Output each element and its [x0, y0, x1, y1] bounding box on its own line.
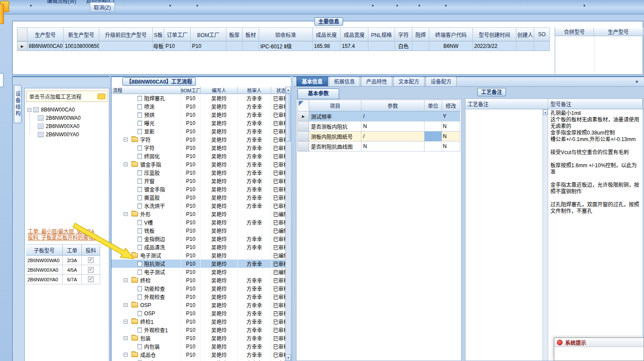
param-unit-cell[interactable]	[425, 121, 442, 132]
scrollbar-thumb[interactable]	[286, 94, 291, 142]
flow-row[interactable]: 金指倒边P10吴艳玲方幸幸已审核	[111, 235, 286, 243]
collapse-icon[interactable]: −	[124, 336, 128, 340]
scroll-up-icon[interactable]: ▲	[286, 87, 291, 93]
param-value-cell[interactable]: N	[361, 121, 425, 132]
table-row[interactable]: 2B6NW00XA04/5A	[26, 265, 100, 275]
column-header[interactable]: S板	[153, 27, 164, 41]
flow-row[interactable]: 曝光P10吴艳玲方幸幸已审核	[111, 119, 286, 127]
column-header[interactable]: PNL规格	[368, 27, 395, 41]
flow-row[interactable]: 功能检查P10吴艳玲方幸幸已审核	[111, 284, 286, 293]
param-row[interactable]: ▶测试频率/Y	[297, 111, 460, 121]
dropdown-arrow-icon[interactable]: ▼	[394, 4, 400, 8]
vertical-scrollbar[interactable]: ▲ ▼	[285, 87, 291, 361]
param-unit-cell[interactable]	[425, 111, 442, 121]
column-header[interactable]: 验收标准	[259, 27, 313, 41]
column-header[interactable]: 投料	[82, 244, 100, 256]
detail-tab[interactable]: 基本信息	[297, 77, 328, 86]
flow-row[interactable]: 阻焊塞孔P10吴艳玲方幸幸已审核	[111, 94, 286, 102]
row-selector[interactable]	[297, 132, 309, 142]
param-row[interactable]: 测板内阻抗图纸号/N	[297, 132, 460, 142]
column-header[interactable]: 生产型号	[27, 27, 64, 41]
docked-panel-tab[interactable]	[0, 4, 4, 24]
flow-row[interactable]: 水洗烘干P10吴艳玲方幸幸已审核	[111, 202, 286, 210]
scroll-up-icon[interactable]: ▲	[543, 109, 548, 115]
detail-tab[interactable]: 设备配方	[425, 77, 457, 86]
column-header[interactable]: 生产型号	[594, 27, 643, 36]
scroll-down-icon[interactable]: ▼	[286, 354, 291, 361]
flow-row[interactable]: 内包装P10吴艳玲方幸幸已审核	[111, 342, 286, 351]
main-info-data-row[interactable]: ▶8B6NW00CA010010800065913母板P10P10IPC-601…	[17, 41, 550, 51]
flow-row[interactable]: OSPP10吴艳玲方幸幸已审核	[111, 309, 286, 317]
dropdown-arrow-icon[interactable]: ▼	[581, 4, 587, 8]
column-header[interactable]: 新生产型号	[64, 27, 99, 41]
column-header[interactable]: 板材	[243, 27, 259, 41]
checkbox-checked[interactable]	[88, 267, 94, 273]
tab-basic-params[interactable]: 基本参数	[297, 88, 339, 99]
tree-child-node[interactable]: 2B6NW00XA0	[38, 123, 79, 130]
dropdown-arrow-icon[interactable]: ▼	[416, 4, 422, 8]
column-header[interactable]: 修改	[442, 100, 460, 111]
flow-row[interactable]: 外观检查1P10吴艳玲方幸幸已审核	[111, 326, 286, 334]
flow-row[interactable]: 入库P10吴艳玲方幸幸已审核	[111, 359, 286, 361]
flow-row[interactable]: 终固化P10吴艳玲方幸幸已审核	[111, 152, 286, 160]
dropdown-arrow-icon[interactable]: ▼	[194, 4, 200, 8]
column-header[interactable]: 工单	[63, 244, 82, 256]
tab-device-structure[interactable]: 设备结构	[14, 85, 22, 123]
collapse-icon[interactable]: −	[124, 253, 128, 257]
detail-tab[interactable]: 文本配方	[393, 77, 425, 86]
column-header[interactable]: 型号创建时间	[473, 27, 516, 41]
dropdown-arrow-icon[interactable]: ▼	[167, 4, 173, 8]
tree-child-node[interactable]: 2B6NW00WA0	[38, 115, 81, 121]
flow-row[interactable]: 成品清洗P10吴艳玲方幸幸已审核	[111, 243, 286, 251]
flow-row[interactable]: −终检P10吴艳玲方幸幸已审核	[111, 276, 286, 284]
flow-row[interactable]: 阻抗测试P10吴艳玲方幸幸已审核	[111, 260, 286, 268]
collapse-icon[interactable]: −	[124, 162, 128, 166]
tree-child-node[interactable]: 2B6NW00YA0	[38, 131, 79, 138]
flow-row[interactable]: −镀金手指P10吴艳玲方幸幸已审核	[111, 160, 286, 169]
column-header[interactable]: 成品宽度	[341, 27, 368, 41]
row-selector[interactable]: ▶	[17, 41, 27, 51]
collapse-icon[interactable]: −	[124, 138, 128, 142]
column-header[interactable]: BOM工厂	[181, 87, 201, 94]
param-unit-cell[interactable]	[425, 132, 442, 142]
toolbar-button-edit-flow[interactable]: 编辑流程(W)	[47, 0, 76, 6]
flow-row[interactable]: −电子测试P10吴艳玲已编制	[111, 251, 286, 260]
column-header[interactable]: 参数	[361, 100, 425, 111]
param-value-cell[interactable]: /	[361, 132, 425, 142]
collapse-icon[interactable]: −	[124, 303, 128, 307]
table-row[interactable]: 2B6NW00WA02/3A	[26, 256, 100, 265]
param-row[interactable]: 是否测板内阻抗NN	[297, 121, 460, 132]
column-header[interactable]: 子板型号	[26, 244, 63, 256]
flow-row[interactable]: 外观检查P10吴艳玲方幸幸已审核	[111, 293, 286, 301]
flow-row[interactable]: 铣板P10吴艳玲已编制	[111, 226, 286, 235]
detail-tab[interactable]: 产品特性	[361, 77, 392, 86]
param-row[interactable]: 是否附阻抗曲线图NN	[297, 142, 460, 152]
row-selector[interactable]	[297, 121, 309, 132]
column-header[interactable]: 单位	[425, 100, 442, 111]
param-unit-cell[interactable]	[425, 142, 442, 152]
dropdown-arrow-icon[interactable]: ▼	[28, 4, 34, 8]
vertical-scrollbar[interactable]: ▲	[543, 109, 548, 361]
flow-row[interactable]: 压蓝胶P10吴艳玲方幸幸已审核	[111, 169, 286, 177]
column-header[interactable]: 字符	[395, 27, 412, 41]
column-header[interactable]: 编写人	[201, 87, 238, 94]
column-header[interactable]: 板厚	[226, 27, 243, 41]
tree-root-node[interactable]: − 8B6NW00CA0	[27, 106, 75, 113]
flow-row[interactable]: 预烘P10吴艳玲方幸幸已审核	[111, 111, 286, 119]
table-row[interactable]: 2B6NW00YA06/7A	[26, 275, 100, 284]
collapse-icon[interactable]: −	[27, 108, 31, 112]
collapse-icon[interactable]: −	[124, 353, 128, 357]
flow-row[interactable]: −包装P10吴艳玲方幸幸已审核	[111, 334, 286, 342]
collapse-icon[interactable]: −	[124, 212, 128, 216]
column-header[interactable]: 流程	[111, 87, 181, 94]
column-header[interactable]: 项目	[309, 100, 361, 111]
flow-row[interactable]: 镀金手指P10吴艳玲方幸幸已审核	[111, 185, 286, 193]
flow-row[interactable]: −外形P10吴艳玲已编制	[111, 210, 286, 218]
param-value-cell[interactable]: N	[361, 142, 425, 152]
flow-row[interactable]: 字符P10吴艳玲方幸幸已审核	[111, 144, 286, 152]
column-header[interactable]: SO	[534, 27, 550, 41]
process-notes-body[interactable]: ▲	[465, 109, 548, 361]
flow-row[interactable]: −终检1P10吴艳玲方幸幸已审核	[111, 317, 286, 326]
flow-row[interactable]: 撕蓝胶P10吴艳玲方幸幸已审核	[111, 193, 286, 202]
flow-row[interactable]: 显影P10吴艳玲方幸幸已审核	[111, 127, 286, 135]
